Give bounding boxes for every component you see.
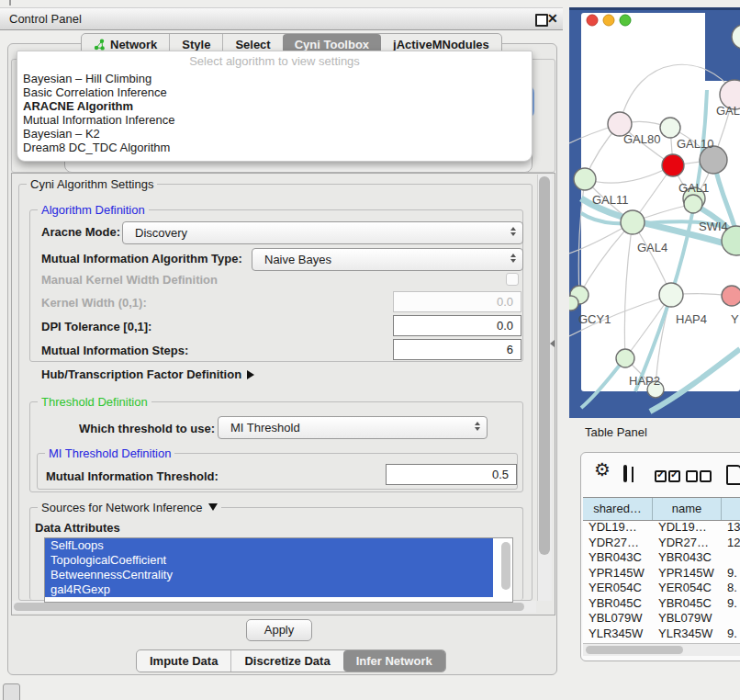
dropdown-item[interactable]: Basic Correlation Inference [17,85,532,99]
node-label: HAP4 [676,312,707,326]
select-all-checkbox-icon[interactable]: ✓ [655,470,667,482]
table-horizontal-scrollbar[interactable] [583,643,740,656]
check-glyph: ✓ [656,469,665,480]
table-row[interactable]: YLR345WYLR345W9. [583,627,740,642]
mi-threshold-field[interactable]: 0.5 [386,464,517,485]
tab-cyni-toolbox-label: Cyni Toolbox [295,38,369,51]
which-threshold-label: Which threshold to use: [79,422,215,435]
node-y-cut[interactable] [722,286,740,306]
table-row[interactable]: YDL19…YDL19…13 [583,520,740,536]
dropdown-item[interactable]: Dream8 DC_TDC Algorithm [17,141,532,154]
manual-kernel-checkbox[interactable] [506,273,519,286]
table-settings-gear-icon[interactable]: ⚙ [594,458,611,480]
table-row[interactable]: YBR043CYBR043C [583,550,740,566]
table-row[interactable]: YDR27…YDR27…12 [583,536,740,551]
tab-infer-network[interactable]: Infer Network [343,650,445,672]
node-selected-red[interactable] [662,154,684,176]
attribute-item[interactable]: SelfLoops [45,538,493,553]
node-swi4[interactable] [684,195,702,213]
tab-network-label: Network [110,38,157,51]
cell-shared-name: YLR345W [583,627,653,642]
cell-value: 8. [722,581,737,596]
kernel-width-field[interactable]: 0.0 [393,291,521,312]
mi-steps-field[interactable]: 6 [393,339,521,360]
control-panel-title: Control Panel [9,8,82,29]
node-label: SWI4 [699,220,728,233]
table-row[interactable]: YER054CYER054C8. [583,581,740,596]
node-gal11[interactable] [574,168,596,190]
cell-name: YPR145W [653,566,722,581]
collapsed-panel-button[interactable] [3,683,20,700]
vertical-scrollbar-thumb[interactable] [539,176,550,555]
attribute-item[interactable]: gal4RGexp [45,582,493,597]
deselect-checkbox-icon[interactable] [686,470,698,482]
dpi-tolerance-label: DPI Tolerance [0,1]: [41,320,151,333]
screenshot-root: Control Panel ✕ Network Style Select Cyn… [0,0,740,700]
window-close-button[interactable] [587,15,598,26]
tab-jactivemnodules-label: jActiveMNodules [393,38,489,51]
table-header-row: shared… name A [583,497,740,521]
vertical-scrollbar[interactable] [537,175,552,601]
table-row[interactable]: YBR045CYBR045C9. [583,596,740,612]
cell-name: YLR345W [653,627,722,642]
file-icon[interactable] [726,465,740,485]
deselect-checkbox-icon[interactable] [700,470,712,482]
cell-name: YBR045C [653,596,722,612]
cell-name: YBR043C [653,550,722,566]
tab-discretize-data[interactable]: Discretize Data [230,650,342,672]
cell-shared-name: YDL19… [583,520,653,536]
sources-group-title[interactable]: Sources for Network Inference [38,501,221,514]
top-edge-artifact [9,0,11,6]
network-view-window[interactable]: GAL GAL80 GAL10 GAL1 GAL11 SWI4 GAL4 GCY… [569,7,740,418]
cell-shared-name: YPR145W [583,566,653,581]
tab-impute-data[interactable]: Impute Data [137,650,230,672]
dpi-tolerance-field[interactable]: 0.0 [393,315,521,336]
cell-name: YBL079W [653,611,722,627]
panel-divider-collapse-icon[interactable] [550,340,555,347]
window-minimize-button[interactable] [603,15,614,26]
hub-definition-toggle[interactable]: Hub/Transcription Factor Definition [41,367,254,381]
window-zoom-button[interactable] [620,15,631,26]
node-label: HAP2 [629,374,660,388]
column-header-name[interactable]: name [653,498,722,520]
dropdown-item[interactable]: Bayesian – K2 [17,127,532,141]
table-row[interactable]: YBL079WYBL079W [583,611,740,627]
close-panel-icon[interactable]: ✕ [547,9,558,28]
column-header-cut[interactable]: A [722,498,740,520]
float-window-icon[interactable] [535,14,548,27]
cell-value: 12 [722,536,740,551]
node-label: GAL [716,104,740,118]
table-panel-title: Table Panel [585,424,647,441]
cell-shared-name: YER054C [583,581,653,596]
node-hap2[interactable] [616,349,634,367]
aracne-mode-combobox[interactable]: Discovery [122,221,523,244]
attribute-item[interactable]: BetweennessCentrality [45,568,493,582]
which-threshold-combobox[interactable]: MI Threshold [218,416,488,439]
attribute-list-scrollbar[interactable] [500,539,511,600]
table-horizontal-scrollbar-thumb[interactable] [586,646,683,654]
mi-threshold-group-title: MI Threshold Definition [45,446,174,460]
table-body: YDL19…YDL19…13 YDR27…YDR27…12 YBR043CYBR… [583,520,740,643]
node-gal4[interactable] [621,210,645,234]
algorithm-dropdown-list: Select algorithm to view settings Bayesi… [17,51,533,162]
select-all-checkbox-icon[interactable]: ✓ [668,470,680,482]
node-label: GAL10 [677,137,713,151]
mi-algorithm-type-combobox[interactable]: Naive Bayes [252,248,523,271]
node-label: Y [731,312,739,326]
table-row[interactable]: YPR145WYPR145W9. [583,566,740,581]
node-hap4[interactable] [659,283,683,307]
mi-steps-label: Mutual Information Steps: [41,344,188,357]
split-columns-icon[interactable] [623,465,627,482]
attribute-list-scrollbar-thumb[interactable] [501,542,510,590]
node-unlabeled[interactable] [660,118,680,138]
column-header-shared[interactable]: shared… [583,498,653,520]
attribute-item[interactable]: TopologicalCoefficient [45,553,493,568]
horizontal-scrollbar-thumb[interactable] [14,603,524,611]
dropdown-item-selected[interactable]: ARACNE Algorithm [17,99,532,113]
dropdown-item[interactable]: Mutual Information Inference [17,113,532,127]
dropdown-item[interactable]: Bayesian – Hill Climbing [17,72,532,85]
hub-definition-label: Hub/Transcription Factor Definition [41,367,241,381]
apply-button[interactable]: Apply [246,619,312,641]
node-cut-left[interactable] [569,296,578,310]
expand-arrow-icon [247,370,254,379]
